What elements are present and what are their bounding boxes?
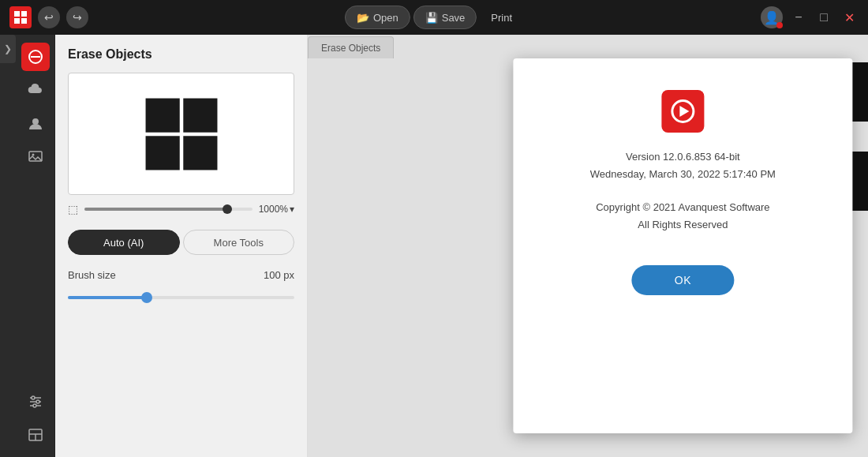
tabs-row: Auto (AI) More Tools bbox=[68, 230, 294, 255]
dialog-ok-button[interactable]: OK bbox=[631, 265, 734, 295]
sidebar-erase-button[interactable] bbox=[21, 43, 50, 71]
save-icon: 💾 bbox=[425, 12, 438, 24]
about-dialog: Version 12.0.6.853 64-bit Wednesday, Mar… bbox=[513, 58, 852, 433]
close-button[interactable]: ✕ bbox=[840, 8, 859, 27]
zoom-bar: ⬚ 1000% ▾ bbox=[68, 203, 294, 215]
print-button[interactable]: Print bbox=[480, 6, 523, 29]
brush-label: Brush size bbox=[68, 269, 116, 281]
svg-rect-0 bbox=[14, 11, 20, 17]
svg-rect-20 bbox=[145, 136, 179, 170]
preview-box bbox=[68, 73, 294, 195]
dialog-copyright: Copyright © 2021 Avanquest Software All … bbox=[596, 199, 769, 234]
title-bar-center: 📂 Open 💾 Save Print bbox=[345, 6, 523, 29]
content-tab[interactable]: Erase Objects bbox=[308, 36, 394, 58]
tab-more-tools[interactable]: More Tools bbox=[183, 230, 295, 255]
app-logo bbox=[9, 6, 32, 28]
content-tab-strip: Erase Objects bbox=[308, 35, 394, 58]
save-label: Save bbox=[442, 12, 466, 24]
open-icon: 📂 bbox=[357, 12, 369, 24]
zoom-value: 1000% ▾ bbox=[259, 204, 294, 215]
zoom-dropdown-icon[interactable]: ▾ bbox=[290, 204, 294, 215]
brush-row: Brush size 100 px bbox=[68, 269, 294, 281]
brush-slider[interactable] bbox=[68, 292, 294, 303]
sidebar-layout-button[interactable] bbox=[21, 421, 50, 449]
svg-rect-1 bbox=[21, 11, 27, 17]
avatar: 👤 bbox=[761, 6, 783, 28]
zoom-slider[interactable] bbox=[84, 208, 253, 211]
print-label: Print bbox=[491, 12, 512, 24]
left-panel: Erase Objects ⬚ 1000% ▾ Auto (AI) bbox=[55, 35, 308, 457]
open-button[interactable]: 📂 Open bbox=[345, 6, 410, 29]
content-inner: Erase Objects Version 12.0.6.853 64-bit … bbox=[308, 35, 868, 457]
svg-point-12 bbox=[32, 396, 35, 399]
title-bar: ↩ ↪ 📂 Open 💾 Save Print 👤 − □ ✕ bbox=[0, 0, 868, 35]
open-label: Open bbox=[373, 12, 398, 24]
main-layout: ❯ bbox=[0, 35, 868, 457]
svg-point-14 bbox=[33, 404, 36, 407]
sidebar-face-button[interactable] bbox=[21, 109, 50, 137]
content-area: Erase Objects Version 12.0.6.853 64-bit … bbox=[308, 35, 868, 457]
svg-rect-21 bbox=[183, 136, 217, 170]
title-bar-left: ↩ ↪ bbox=[9, 6, 88, 28]
panel-title: Erase Objects bbox=[68, 47, 294, 62]
minimize-button[interactable]: − bbox=[789, 8, 808, 27]
svg-point-13 bbox=[36, 400, 39, 403]
title-bar-right: 👤 − □ ✕ bbox=[761, 6, 859, 28]
windows-logo bbox=[142, 95, 221, 174]
tab-auto-ai[interactable]: Auto (AI) bbox=[68, 230, 180, 255]
save-button[interactable]: 💾 Save bbox=[413, 6, 477, 29]
dialog-version: Version 12.0.6.853 64-bit Wednesday, Mar… bbox=[590, 148, 776, 183]
svg-rect-2 bbox=[14, 18, 20, 24]
svg-rect-19 bbox=[183, 98, 217, 132]
svg-rect-3 bbox=[21, 18, 27, 24]
sidebar-icons bbox=[16, 35, 55, 457]
dialog-logo-inner bbox=[671, 99, 694, 123]
sidebar-cloud-button[interactable] bbox=[21, 76, 50, 104]
maximize-button[interactable]: □ bbox=[814, 8, 833, 27]
play-icon bbox=[679, 106, 689, 117]
sidebar-collapse-button[interactable]: ❯ bbox=[0, 35, 16, 63]
brush-value: 100 px bbox=[264, 269, 294, 281]
dialog-logo bbox=[661, 90, 704, 133]
sidebar-adjust-button[interactable] bbox=[21, 388, 50, 416]
sidebar-image-button[interactable] bbox=[21, 142, 50, 170]
undo-button[interactable]: ↩ bbox=[38, 6, 60, 28]
redo-button[interactable]: ↪ bbox=[66, 6, 88, 28]
svg-rect-18 bbox=[145, 98, 179, 132]
user-badge bbox=[776, 22, 783, 28]
zoom-icon: ⬚ bbox=[68, 203, 78, 215]
svg-point-6 bbox=[32, 118, 39, 125]
